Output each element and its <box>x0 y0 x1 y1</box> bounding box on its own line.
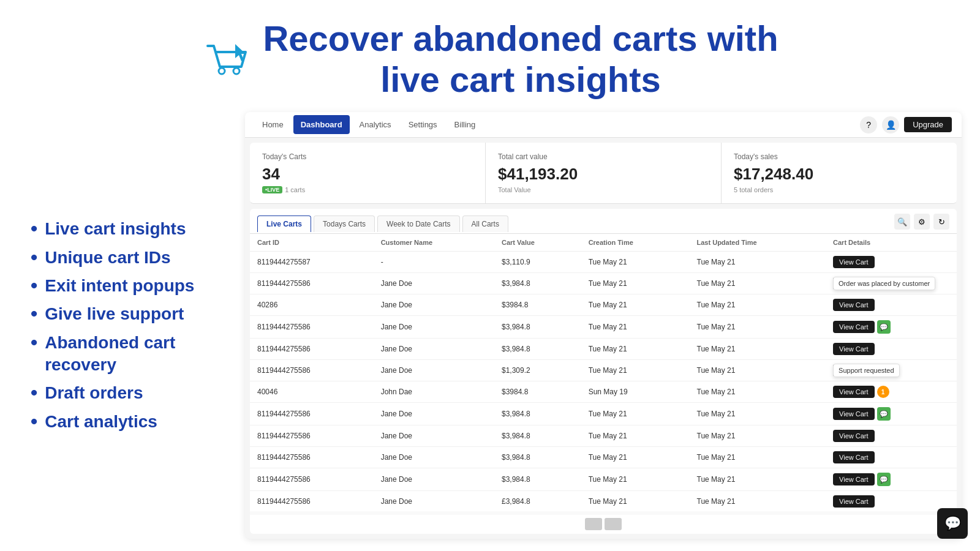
view-cart-button[interactable]: View Cart <box>833 299 874 311</box>
chat-green-icon[interactable]: 💬 <box>877 473 891 486</box>
cell-customer-name: - <box>374 252 494 273</box>
table-scroll[interactable]: Cart ID Customer Name Cart Value Creatio… <box>250 234 957 514</box>
stat-todays-carts-value: 34 <box>262 165 473 184</box>
cell-customer-name: Jane Doe <box>374 316 494 339</box>
view-cart-button[interactable]: View Cart <box>833 408 874 420</box>
table-row: 8119444275586 Jane Doe $1,309.2 Tue May … <box>250 360 957 381</box>
bullet-exit-intent: • Exit intent popups <box>31 275 227 297</box>
cell-cart-value: $3,984.8 <box>494 316 581 339</box>
cell-customer-name: Jane Doe <box>374 403 494 425</box>
table-row: 8119444275586 Jane Doe $3,984.8 Tue May … <box>250 403 957 425</box>
upgrade-button[interactable]: Upgrade <box>904 117 952 132</box>
cell-cart-id: 8119444275586 <box>250 468 374 491</box>
search-icon[interactable]: 🔍 <box>894 214 910 230</box>
cell-cart-value: $1,309.2 <box>494 360 581 381</box>
cell-creation-time: Tue May 21 <box>581 447 690 468</box>
view-cart-button[interactable]: View Cart <box>833 495 874 508</box>
view-cart-button[interactable]: View Cart <box>833 430 874 442</box>
stat-todays-sales-sub: 5 total orders <box>734 186 944 193</box>
stat-todays-carts-label: Today's Carts <box>262 152 473 161</box>
cell-customer-name: Jane Doe <box>374 360 494 381</box>
cell-cart-details: View Cart <box>826 491 957 512</box>
col-cart-id: Cart ID <box>250 234 374 252</box>
cell-cart-value: $3,984.8 <box>494 447 581 468</box>
filter-icon[interactable]: ⚙ <box>914 214 930 230</box>
cell-cart-value: $3,984.8 <box>494 339 581 360</box>
bullet-label: Draft orders <box>45 382 143 404</box>
tab-all-carts[interactable]: All Carts <box>462 216 508 232</box>
view-cart-button[interactable]: View Cart <box>833 343 874 355</box>
cell-creation-time: Tue May 21 <box>581 491 690 512</box>
cell-cart-details: View Support requested <box>826 360 957 381</box>
page-btn-2[interactable] <box>605 518 622 530</box>
cell-cart-id: 8119444275586 <box>250 273 374 294</box>
user-icon[interactable]: 👤 <box>882 116 899 133</box>
cell-creation-time: Tue May 21 <box>581 339 690 360</box>
cell-updated-time: Tue May 21 <box>690 447 826 468</box>
cart-details-cell: View Cart 💬 <box>833 407 949 421</box>
cell-updated-time: Tue May 21 <box>690 468 826 491</box>
bullet-dot: • <box>31 218 37 239</box>
view-cart-button[interactable]: View Cart <box>833 473 874 485</box>
chat-green-icon[interactable]: 💬 <box>877 407 891 421</box>
cart-details-cell: View Support requested <box>833 364 949 377</box>
cell-creation-time: Tue May 21 <box>581 294 690 316</box>
view-cart-button[interactable]: View Cart <box>833 256 874 268</box>
cell-cart-details: View Cart 💬 <box>826 468 957 491</box>
cell-cart-value: $3,984.8 <box>494 425 581 447</box>
col-customer-name: Customer Name <box>374 234 494 252</box>
cell-updated-time: Tue May 21 <box>690 339 826 360</box>
cell-cart-details: View Cart <box>826 252 957 273</box>
cell-cart-details: View Cart 1 <box>826 381 957 403</box>
stat-todays-carts: Today's Carts 34 •LIVE 1 carts <box>250 143 486 203</box>
cell-cart-id: 8119444275587 <box>250 252 374 273</box>
stat-todays-sales: Today's sales $17,248.40 5 total orders <box>722 143 957 203</box>
table-row: 8119444275586 Jane Doe $3,984.8 Tue May … <box>250 425 957 447</box>
cell-updated-time: Tue May 21 <box>690 252 826 273</box>
table-row: 40286 Jane Doe $3984.8 Tue May 21 Tue Ma… <box>250 294 957 316</box>
view-cart-button[interactable]: View Cart <box>833 386 874 398</box>
nav-billing[interactable]: Billing <box>447 115 483 134</box>
cart-details-cell: View Cart 1 <box>833 386 949 398</box>
table-row: 8119444275586 Jane Doe $3,984.8 Tue May … <box>250 316 957 339</box>
cell-customer-name: John Dae <box>374 381 494 403</box>
table-row: 8119444275586 Jane Doe £3,984.8 Tue May … <box>250 491 957 512</box>
chat-bubble[interactable]: 💬 <box>937 508 968 539</box>
table-row: 8119444275586 Jane Doe $3,984.8 Tue May … <box>250 468 957 491</box>
nav-analytics[interactable]: Analytics <box>352 115 399 134</box>
cell-creation-time: Sun May 19 <box>581 381 690 403</box>
bullet-label: Exit intent popups <box>45 275 194 297</box>
stat-total-cart-value: Total cart value $41,193.20 Total Value <box>486 143 722 203</box>
bullet-label: Live cart insights <box>45 218 186 240</box>
cart-details-cell: View Cart Order was placed by customer <box>833 277 949 290</box>
stats-row: Today's Carts 34 •LIVE 1 carts Total car… <box>250 143 957 204</box>
stat-total-value-sub: Total Value <box>498 186 709 193</box>
tab-week-to-date[interactable]: Week to Date Carts <box>377 216 459 232</box>
nav-settings[interactable]: Settings <box>401 115 445 134</box>
table-row: 8119444275586 Jane Doe $3,984.8 Tue May … <box>250 339 957 360</box>
tab-live-carts[interactable]: Live Carts <box>257 216 311 232</box>
tab-todays-carts[interactable]: Todays Carts <box>314 216 375 232</box>
view-cart-button[interactable]: View Cart <box>833 451 874 463</box>
cell-cart-id: 40286 <box>250 294 374 316</box>
help-icon[interactable]: ? <box>860 116 877 133</box>
cell-creation-time: Tue May 21 <box>581 316 690 339</box>
stat-sub-text: 1 carts <box>285 186 305 193</box>
bullet-dot: • <box>31 382 37 403</box>
cell-updated-time: Tue May 21 <box>690 273 826 294</box>
cell-customer-name: Jane Doe <box>374 339 494 360</box>
cell-creation-time: Tue May 21 <box>581 273 690 294</box>
page-btn-1[interactable] <box>585 518 602 530</box>
col-creation-time: Creation Time <box>581 234 690 252</box>
bullet-label: Cart analytics <box>45 411 157 433</box>
cell-cart-id: 8119444275586 <box>250 403 374 425</box>
cell-cart-id: 8119444275586 <box>250 339 374 360</box>
nav-home[interactable]: Home <box>255 115 291 134</box>
bullet-live-cart-insights: • Live cart insights <box>31 218 227 240</box>
header-title: Recover abandoned carts with live cart i… <box>263 18 778 100</box>
chat-green-icon[interactable]: 💬 <box>877 320 891 334</box>
bullet-unique-cart-ids: • Unique cart IDs <box>31 247 227 269</box>
view-cart-button[interactable]: View Cart <box>833 321 874 333</box>
refresh-icon[interactable]: ↻ <box>933 214 949 230</box>
nav-dashboard[interactable]: Dashboard <box>293 115 350 134</box>
